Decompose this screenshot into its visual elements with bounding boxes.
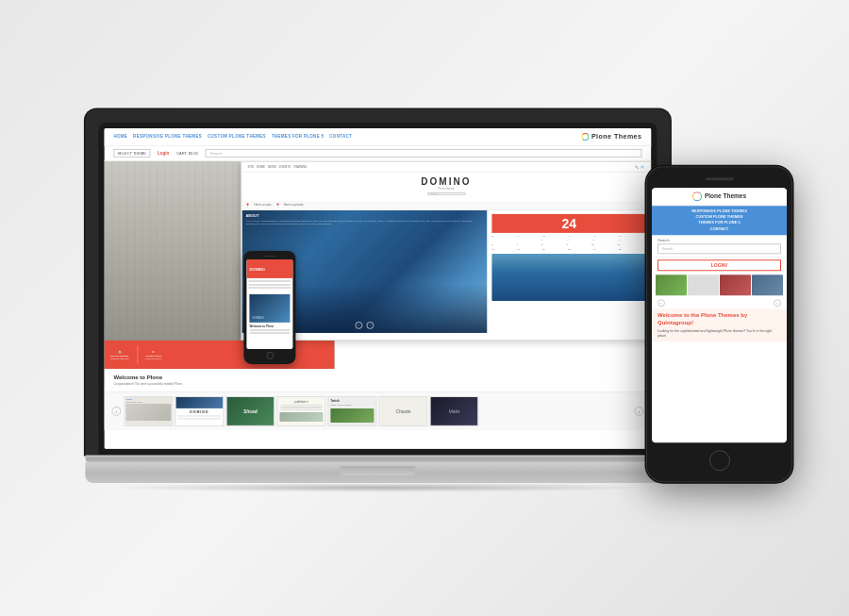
- search-input[interactable]: Search: [206, 148, 642, 157]
- website-content: HOME RESPONSIVE PLONE THEMES CUSTOM PLON…: [104, 127, 651, 448]
- domino-calendar-badge: 24: [491, 213, 646, 232]
- sp-line-3: [248, 287, 291, 289]
- next-arrow-button[interactable]: →: [366, 321, 374, 328]
- thumb-sliced[interactable]: Sliced: [225, 396, 275, 426]
- thumb-prev-button[interactable]: ‹: [111, 407, 121, 416]
- domino-subtitle: Plone theme: [245, 186, 646, 190]
- laptop-shadow: [104, 482, 651, 491]
- phone-logo: Plone Themes: [705, 192, 746, 199]
- laptop-screen-outer: HOME RESPONSIVE PLONE THEMES CUSTOM PLON…: [85, 108, 670, 454]
- sp-line-1: [248, 280, 291, 282]
- phone-nav-bar: Plone Themes: [652, 188, 787, 206]
- domino-nav-home: HOME: [257, 164, 265, 168]
- sp-line-2: [248, 283, 291, 285]
- sp-content: [246, 278, 292, 292]
- site-logo: Plone Themes: [581, 132, 641, 140]
- domino-body: ABOUT Apr 26, 2015. Congratulations! You…: [241, 209, 650, 332]
- laptop: HOME RESPONSIVE PLONE THEMES CUSTOM PLON…: [85, 108, 670, 491]
- domino-nav-events: EVENTS: [279, 164, 291, 168]
- phone-welcome-text: Looking for the sophisticated and lightw…: [658, 329, 781, 339]
- welcome-text: Congratulations! You have successfully i…: [113, 381, 641, 385]
- domino-right-panel: 24 MTWTFSS 12345: [487, 209, 650, 332]
- scene: HOME RESPONSIVE PLONE THEMES CUSTOM PLON…: [0, 0, 849, 616]
- phone-welcome-section: Welcome to the Plone Themes by Quintagro…: [652, 308, 787, 341]
- small-phone: DOMINO: [243, 250, 295, 364]
- phone-search-area: Search Search: [652, 235, 787, 258]
- site-hero: 🏠 Your are website. Something useful her…: [104, 160, 651, 368]
- phone-thumb-row: [652, 273, 787, 297]
- phone-menu: RESPONSIVE PLONE THEMES CUSTOM PLONE THE…: [652, 206, 787, 236]
- domino-mini-cal: MTWTFSS 12345 6789101112: [491, 234, 646, 251]
- chaste-text: Chaste: [395, 408, 410, 414]
- thumb-vein[interactable]: Vein: [429, 396, 478, 426]
- location-icon-1: 📍: [245, 202, 250, 207]
- phone-thumb-nav: ‹ ›: [652, 297, 787, 308]
- phone-menu-contact[interactable]: CONTACT: [658, 226, 781, 232]
- laptop-phone-overlay: DOMINO: [243, 250, 295, 364]
- phone-thumb-4[interactable]: [752, 275, 783, 295]
- logo-circle-icon: [581, 132, 589, 140]
- sp-red-bar: DOMINO: [246, 259, 292, 278]
- sp-domino-title: DOMINO: [249, 266, 264, 271]
- domino-title-area: DOMINO Plone theme Search...: [241, 172, 650, 200]
- site-nav: HOME RESPONSIVE PLONE THEMES CUSTOM PLON…: [104, 127, 651, 145]
- domino-about-header: ABOUT: [245, 212, 258, 217]
- login-button[interactable]: Login: [158, 150, 169, 155]
- phone-thumb-prev[interactable]: ‹: [658, 299, 665, 307]
- domino-brand: DOMINO: [245, 175, 646, 186]
- phone-site-content: Plone Themes RESPONSIVE PLONE THEMES CUS…: [652, 188, 787, 442]
- thumbnail-strip: ‹ Plone Email Plone Theme: [104, 391, 651, 430]
- phone-thumb-next[interactable]: ›: [774, 299, 781, 307]
- welcome-title: Welcome to Plone: [113, 374, 641, 379]
- domino-nav-news: NEWS: [268, 164, 276, 168]
- logo-text: Plone Themes: [591, 133, 641, 140]
- thumb-plone[interactable]: Plone Email Plone Theme: [124, 396, 173, 426]
- select-theme-dropdown[interactable]: SELECT THEME: [113, 148, 150, 157]
- site-nav-links: HOME RESPONSIVE PLONE THEMES CUSTOM PLON…: [113, 134, 581, 139]
- domino-nav-links: SITE HOME NEWS EVENTS TRAINING: [247, 164, 631, 168]
- thumb-domino[interactable]: DOMINO: [175, 396, 224, 426]
- location-label-2: Here's a priority: [284, 203, 304, 207]
- small-phone-screen: DOMINO: [246, 259, 292, 349]
- welcome-section: Welcome to Plone Congratulations! You ha…: [104, 368, 651, 391]
- sliced-text: Sliced: [243, 408, 258, 414]
- laptop-hinge: [85, 454, 670, 461]
- phone: Plone Themes RESPONSIVE PLONE THEMES CUS…: [646, 166, 792, 482]
- phone-speaker: [706, 177, 734, 180]
- small-phone-content: DOMINO: [246, 259, 292, 349]
- thumb-next-button[interactable]: ›: [634, 407, 643, 416]
- phone-screen: Plone Themes RESPONSIVE PLONE THEMES CUS…: [652, 188, 787, 442]
- domino-location-bar: 📍 Here's a topic 📍 Here's a priority: [241, 200, 650, 209]
- thumb-publisher[interactable]: publisher's: [276, 396, 325, 426]
- thumb-chaste[interactable]: Chaste: [378, 396, 427, 426]
- nav-link-contact[interactable]: CONTACT: [329, 134, 352, 139]
- prev-arrow-button[interactable]: ←: [355, 321, 362, 328]
- nav-link-custom[interactable]: CUSTOM PLONE THEMES: [208, 134, 266, 139]
- nav-link-plone5[interactable]: THEMES FOR PLONE 5: [272, 134, 324, 139]
- phone-home-button[interactable]: [709, 450, 730, 471]
- phone-login-button[interactable]: LOGIN!: [658, 259, 781, 271]
- phone-thumb-3[interactable]: [720, 275, 751, 295]
- nav-link-home[interactable]: HOME: [113, 134, 127, 139]
- phone-thumb-2[interactable]: [688, 275, 719, 295]
- location-icon-2: 📍: [275, 202, 280, 207]
- domino-nav-training: TRAINING: [293, 164, 307, 168]
- phone-thumb-1[interactable]: [656, 275, 687, 295]
- phone-welcome-title: Welcome to the Plone Themes by Quintagro…: [658, 312, 781, 327]
- cart-button[interactable]: CART: $0.00: [176, 150, 198, 155]
- laptop-bezel: HOME RESPONSIVE PLONE THEMES CUSTOM PLON…: [98, 122, 657, 454]
- site-toolbar: SELECT THEME Login CART: $0.00 Search: [104, 145, 651, 160]
- small-phone-speaker: [264, 255, 275, 257]
- laptop-screen: HOME RESPONSIVE PLONE THEMES CUSTOM PLON…: [104, 127, 651, 448]
- domino-arrows: ← →: [355, 321, 374, 328]
- thumb-items: Plone Email Plone Theme DOMI: [124, 396, 631, 426]
- location-label-1: Here's a topic: [254, 203, 271, 207]
- domino-screenshot: SITE HOME NEWS EVENTS TRAINING 🔍 📧: [241, 160, 651, 340]
- laptop-base: [85, 461, 670, 482]
- phone-search-input[interactable]: Search: [658, 243, 781, 254]
- small-phone-home-btn: [266, 352, 274, 359]
- thumb-nature[interactable]: Twitch NuncMorbiCursus: [327, 396, 376, 426]
- phone-search-placeholder: Search: [662, 247, 673, 251]
- vein-text: Vein: [448, 408, 459, 414]
- nav-link-responsive[interactable]: RESPONSIVE PLONE THEMES: [133, 134, 202, 139]
